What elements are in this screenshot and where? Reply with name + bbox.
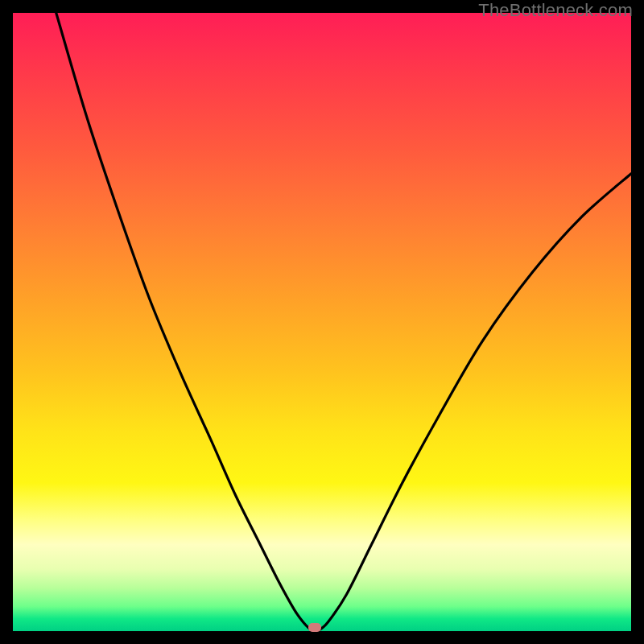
chart-stage: TheBottleneck.com bbox=[0, 0, 644, 644]
watermark-text: TheBottleneck.com bbox=[478, 0, 633, 21]
optimum-marker bbox=[308, 623, 321, 632]
bottleneck-curve bbox=[13, 13, 631, 631]
plot-area bbox=[13, 13, 631, 631]
curve-path bbox=[56, 13, 631, 631]
